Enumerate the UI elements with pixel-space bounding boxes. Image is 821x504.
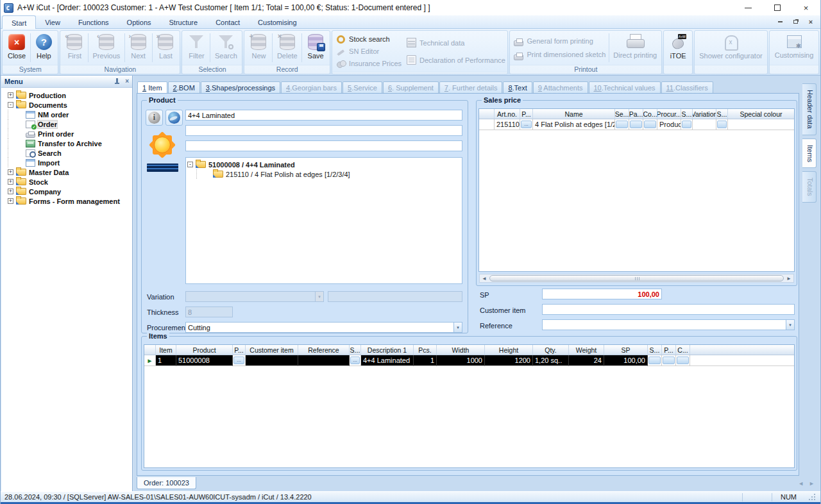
side-tab-items[interactable]: Items bbox=[802, 139, 817, 169]
sales-price-ellipsis-button[interactable]: ... bbox=[520, 119, 533, 130]
sales-artno-cell[interactable]: 215110 bbox=[495, 119, 520, 130]
technical-data-button[interactable]: Technical data bbox=[407, 38, 505, 48]
tab-scroll-left-icon[interactable]: ◄ bbox=[798, 480, 804, 487]
tree-item-forms[interactable]: +Forms - Form management bbox=[3, 196, 131, 206]
sales-price-row[interactable]: 215110 ... 4 Flat Polish at edges [1/2/3… bbox=[479, 119, 794, 130]
mdi-minimize-button[interactable] bbox=[775, 18, 784, 26]
item-sp-cell[interactable]: 100,00 bbox=[604, 355, 648, 366]
tab-further-details[interactable]: 7. Further details bbox=[439, 81, 503, 93]
sales-price-hscrollbar[interactable]: ◄ ► bbox=[479, 274, 794, 283]
tree-item-import[interactable]: Import bbox=[3, 158, 131, 167]
tree-item-production[interactable]: +Production bbox=[3, 90, 131, 100]
itoe-button[interactable]: A+W iTOE bbox=[665, 31, 691, 64]
procurement-dropdown-icon[interactable]: ▾ bbox=[453, 322, 462, 333]
item-height-cell[interactable]: 1200 bbox=[485, 355, 533, 366]
tab-customising[interactable]: Customising bbox=[249, 15, 306, 28]
tree-item-print-order[interactable]: Print order bbox=[3, 129, 131, 139]
tab-text[interactable]: 8.Text bbox=[503, 81, 532, 93]
thickness-input[interactable] bbox=[185, 307, 233, 317]
maximize-button[interactable] bbox=[763, 0, 791, 15]
sales-co-button[interactable] bbox=[643, 119, 657, 130]
sales-pa-button[interactable] bbox=[629, 119, 643, 130]
side-tab-totals[interactable]: Totals bbox=[802, 171, 817, 203]
variation-extra-input[interactable] bbox=[328, 291, 462, 302]
variation-dropdown-icon[interactable]: ▾ bbox=[315, 291, 324, 302]
product-tree-child[interactable]: 215110 / 4 Flat Polish at edges [1/2/3/4… bbox=[187, 169, 461, 179]
variation-combo[interactable]: ▾ bbox=[185, 291, 324, 302]
first-button[interactable]: « First bbox=[62, 31, 87, 64]
mdi-close-button[interactable]: × bbox=[806, 18, 815, 26]
sales-s2-button[interactable] bbox=[716, 119, 728, 130]
item-description1-cell[interactable]: 4+4 Laminated bbox=[361, 355, 414, 366]
hscroll-left-icon[interactable]: ◄ bbox=[480, 276, 489, 281]
tree-item-transfer-to-archive[interactable]: Transfer to Archive bbox=[3, 139, 131, 148]
help-button[interactable]: ? Help bbox=[31, 31, 56, 64]
general-form-printing-button[interactable]: General form printing bbox=[514, 36, 605, 46]
close-button[interactable]: × bbox=[791, 0, 820, 15]
procurement-combo[interactable]: ▾ bbox=[185, 322, 462, 333]
side-tab-header-data[interactable]: Header data bbox=[802, 83, 817, 135]
item-product-cell[interactable]: 51000008 bbox=[176, 355, 233, 366]
sales-se-button[interactable] bbox=[615, 119, 629, 130]
reference-input[interactable] bbox=[542, 319, 786, 330]
declaration-of-performance-button[interactable]: Declaration of Performance bbox=[407, 55, 505, 65]
items-row[interactable]: ► 1 51000008 ... ... 4+4 Laminated 1 100… bbox=[144, 355, 794, 366]
sales-special-colour-cell[interactable] bbox=[728, 119, 794, 130]
item-p-button[interactable] bbox=[662, 355, 676, 366]
item-qty-cell[interactable]: 1,20 sq.. bbox=[533, 355, 569, 366]
previous-button[interactable]: ‹ Previous bbox=[89, 31, 123, 64]
tab-georgian-bars[interactable]: 4.Georgian bars bbox=[281, 81, 342, 93]
tab-supplement[interactable]: 6. Supplement bbox=[383, 81, 439, 93]
sn-editor-button[interactable]: SN Editor bbox=[336, 46, 402, 56]
search-button[interactable]: Search bbox=[211, 31, 241, 64]
tree-item-order[interactable]: Order bbox=[3, 119, 131, 129]
sales-procurement-cell[interactable]: Produc... bbox=[657, 119, 681, 130]
last-button[interactable]: » Last bbox=[153, 31, 178, 64]
product-description1-input[interactable] bbox=[185, 110, 462, 121]
product-tree-root[interactable]: - 51000008 / 4+4 Laminated bbox=[187, 160, 461, 169]
sp-input[interactable] bbox=[542, 289, 662, 299]
customising-button[interactable]: Customising bbox=[771, 31, 817, 64]
hscroll-thumb[interactable] bbox=[489, 275, 784, 281]
minimize-button[interactable] bbox=[734, 0, 763, 15]
tab-technical-values[interactable]: 10.Technical values bbox=[589, 81, 661, 93]
item-pcs-cell[interactable]: 1 bbox=[414, 355, 437, 366]
filter-button[interactable]: Filter bbox=[183, 31, 209, 64]
item-reference-cell[interactable] bbox=[298, 355, 350, 366]
sales-s1-button[interactable] bbox=[681, 119, 693, 130]
item-weight-cell[interactable]: 24 bbox=[569, 355, 604, 366]
tab-options[interactable]: Options bbox=[118, 15, 160, 28]
insurance-prices-button[interactable]: Insurance Prices bbox=[336, 58, 402, 69]
sales-name-cell[interactable]: 4 Flat Polish at edges [1/2/3/4] bbox=[533, 119, 615, 130]
tab-scroll-right-icon[interactable]: ► bbox=[809, 480, 815, 487]
next-button[interactable]: › Next bbox=[126, 31, 151, 64]
tab-item[interactable]: 1 Item bbox=[137, 81, 167, 93]
variation-input[interactable] bbox=[185, 291, 315, 302]
tab-contact[interactable]: Contact bbox=[207, 15, 249, 28]
pin-icon[interactable] bbox=[114, 78, 120, 85]
item-width-cell[interactable]: 1000 bbox=[437, 355, 485, 366]
tab-service[interactable]: 5.Service bbox=[343, 81, 382, 93]
product-description2-input[interactable] bbox=[185, 125, 462, 136]
tab-structure[interactable]: Structure bbox=[160, 15, 207, 28]
product-web-button[interactable] bbox=[165, 110, 183, 126]
reference-combo[interactable]: ▾ bbox=[542, 319, 795, 330]
tab-classifiers[interactable]: 11.Classifiers bbox=[661, 81, 713, 93]
menu-panel-close-icon[interactable]: × bbox=[125, 78, 129, 85]
item-product-ellipsis-button[interactable]: ... bbox=[233, 355, 246, 366]
item-c-button[interactable] bbox=[676, 355, 690, 366]
tab-functions[interactable]: Functions bbox=[69, 15, 118, 28]
tab-view[interactable]: View bbox=[36, 15, 69, 28]
tree-item-stock[interactable]: +Stock bbox=[3, 177, 131, 187]
mdi-restore-button[interactable] bbox=[791, 18, 800, 26]
print-dimensioned-sketch-button[interactable]: Print dimensioned sketch bbox=[514, 49, 605, 60]
close-record-button[interactable]: × Close bbox=[4, 31, 30, 64]
sales-variation-cell[interactable] bbox=[693, 119, 716, 130]
save-button[interactable]: Save bbox=[303, 31, 328, 64]
order-document-tab[interactable]: Order: 100023 bbox=[137, 477, 196, 489]
new-button[interactable]: + New bbox=[246, 31, 271, 64]
item-customer-item-cell[interactable] bbox=[246, 355, 298, 366]
resize-grip[interactable] bbox=[808, 492, 817, 501]
item-s-button[interactable] bbox=[648, 355, 662, 366]
tab-shapes-processings[interactable]: 3.Shapes/processings bbox=[201, 81, 280, 93]
